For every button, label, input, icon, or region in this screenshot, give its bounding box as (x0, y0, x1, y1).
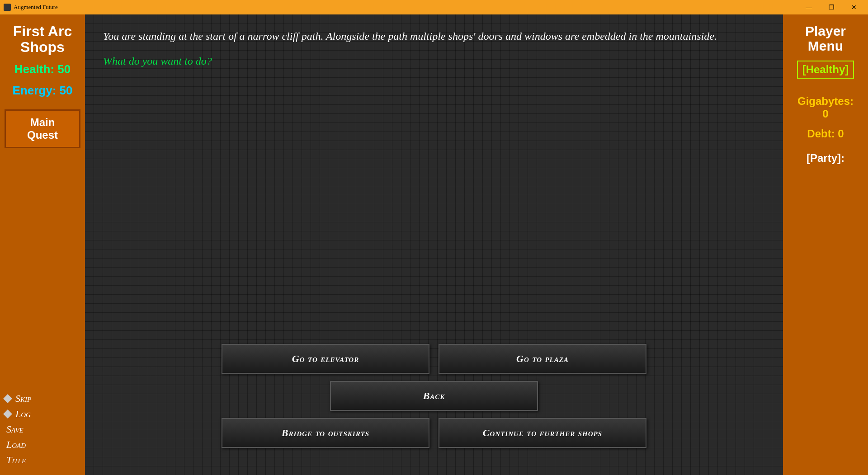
log-label: Log (15, 408, 31, 420)
center-content: You are standing at the start of a narro… (85, 14, 783, 475)
skip-diamond-icon (3, 394, 12, 403)
status-badge: [Healthy] (797, 61, 854, 79)
main-layout: First ArcShops Health: 50 Energy: 50 Mai… (0, 14, 868, 475)
titlebar-controls[interactable]: — ❐ ✕ (798, 0, 864, 14)
titlebar-left: Augmented Future (4, 4, 58, 11)
titlebar: Augmented Future — ❐ ✕ (0, 0, 868, 14)
button-row-1: Go to elevator Go to plaza (103, 344, 765, 374)
close-button[interactable]: ✕ (844, 0, 864, 14)
bottom-nav: Skip Log Save Load Title (5, 393, 80, 466)
narrative-text: You are standing at the start of a narro… (103, 28, 765, 44)
left-sidebar: First ArcShops Health: 50 Energy: 50 Mai… (0, 14, 85, 475)
main-quest-button[interactable]: MainQuest (5, 109, 80, 148)
go-elevator-button[interactable]: Go to elevator (222, 344, 429, 374)
location-title: First ArcShops (5, 24, 80, 55)
skip-nav-item[interactable]: Skip (5, 393, 80, 404)
title-nav-item[interactable]: Title (5, 454, 80, 466)
energy-label: Energy: 50 (5, 84, 80, 98)
action-buttons: Go to elevator Go to plaza Back Bridge t… (103, 344, 765, 461)
skip-label: Skip (15, 393, 31, 404)
minimize-button[interactable]: — (798, 0, 819, 14)
health-label: Health: 50 (5, 62, 80, 76)
go-plaza-button[interactable]: Go to plaza (439, 344, 646, 374)
continue-shops-button[interactable]: Continue to further shops (439, 418, 646, 448)
log-diamond-icon (3, 409, 12, 419)
app-icon (4, 4, 11, 11)
load-nav-item[interactable]: Load (5, 439, 80, 451)
restore-button[interactable]: ❐ (821, 0, 842, 14)
button-row-3: Bridge to outskirts Continue to further … (103, 418, 765, 448)
back-button[interactable]: Back (330, 381, 538, 411)
app-title: Augmented Future (14, 4, 58, 11)
player-menu-title: PlayerMenu (805, 24, 846, 53)
gigabytes-label: Gigabytes:0 (797, 95, 854, 120)
debt-label: Debt: 0 (807, 127, 844, 140)
log-nav-item[interactable]: Log (5, 408, 80, 420)
party-label: [Party]: (807, 152, 844, 165)
bridge-outskirts-button[interactable]: Bridge to outskirts (222, 418, 429, 448)
right-sidebar: PlayerMenu [Healthy] Gigabytes:0 Debt: 0… (783, 14, 868, 475)
button-row-2: Back (103, 381, 765, 411)
save-nav-item[interactable]: Save (5, 423, 80, 435)
question-text: What do you want to do? (103, 55, 765, 67)
